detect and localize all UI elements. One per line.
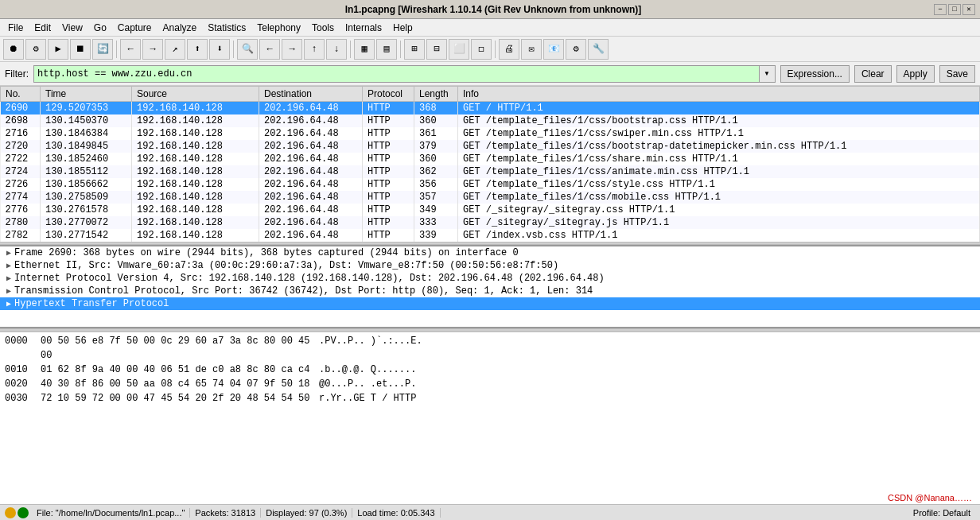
toolbar-btn-decode-as[interactable]: ✉ bbox=[521, 39, 542, 60]
toolbar-btn-decode-as-2[interactable]: 📧 bbox=[543, 39, 564, 60]
table-row[interactable]: 2726130.1856662192.168.140.128202.196.64… bbox=[1, 178, 980, 191]
toolbar-btn-debug[interactable]: 🔧 bbox=[588, 39, 609, 60]
toolbar-btn-up[interactable]: ⬆ bbox=[187, 39, 208, 60]
detail-item[interactable]: ▶Transmission Control Protocol, Src Port… bbox=[0, 285, 980, 297]
hex-ascii: r.Yr..GE T / HTTP bbox=[319, 391, 416, 406]
toolbar-btn-coloring-rules[interactable]: ▦ bbox=[354, 39, 375, 60]
table-cell: 130.2770072 bbox=[41, 216, 132, 229]
toolbar-btn-zoom-reset[interactable]: ⬜ bbox=[449, 39, 469, 60]
table-row[interactable]: 2720130.1849845192.168.140.128202.196.64… bbox=[1, 140, 980, 153]
toolbar-btn-reload[interactable]: 🔄 bbox=[92, 39, 113, 60]
toolbar-btn-prev-find[interactable]: ← bbox=[259, 39, 280, 60]
minimize-button[interactable]: − bbox=[934, 4, 947, 15]
col-destination[interactable]: Destination bbox=[259, 87, 363, 102]
toolbar-btn-options[interactable]: ⚙ bbox=[25, 39, 46, 60]
table-row[interactable]: 2774130.2758509192.168.140.128202.196.64… bbox=[1, 191, 980, 204]
toolbar-btn-graph[interactable]: 🖨 bbox=[499, 39, 519, 60]
status-file: File: "/home/ln/Documents/ln1.pcap..." bbox=[32, 508, 190, 518]
window-controls[interactable]: − □ ✕ bbox=[934, 4, 975, 15]
menu-item-go[interactable]: Go bbox=[89, 21, 111, 35]
toolbar-btn-coloring-rules-2[interactable]: ▤ bbox=[376, 39, 397, 60]
packet-table: No. Time Source Destination Protocol Len… bbox=[0, 86, 980, 242]
toolbar-btn-down[interactable]: ⬇ bbox=[209, 39, 230, 60]
menu-item-help[interactable]: Help bbox=[388, 21, 418, 35]
filter-dropdown-button[interactable]: ▼ bbox=[759, 66, 775, 82]
toolbar-btn-forward[interactable]: → bbox=[142, 39, 163, 60]
table-cell: GET /template_files/1/css/style.css HTTP… bbox=[458, 178, 980, 191]
detail-item-text: Internet Protocol Version 4, Src: 192.16… bbox=[14, 273, 605, 284]
hex-bytes: 40 30 8f 86 00 50 aa 08 c4 65 74 04 07 9… bbox=[41, 377, 311, 391]
toolbar-btn-find[interactable]: 🔍 bbox=[237, 39, 258, 60]
col-info[interactable]: Info bbox=[458, 87, 980, 102]
col-length[interactable]: Length bbox=[414, 87, 458, 102]
table-cell: 2726 bbox=[1, 178, 41, 191]
menu-item-internals[interactable]: Internals bbox=[340, 21, 387, 35]
toolbar-btn-next-find[interactable]: → bbox=[282, 39, 302, 60]
table-cell: 202.196.64.48 bbox=[259, 165, 363, 178]
detail-item[interactable]: ▶Frame 2690: 368 bytes on wire (2944 bit… bbox=[0, 246, 980, 259]
menu-item-view[interactable]: View bbox=[57, 21, 88, 35]
detail-items-container: ▶Frame 2690: 368 bytes on wire (2944 bit… bbox=[0, 246, 980, 310]
table-cell: 192.168.140.128 bbox=[132, 204, 259, 216]
hex-panel: 000000 50 56 e8 7f 50 00 0c 29 60 a7 3a … bbox=[0, 332, 980, 504]
filter-input[interactable] bbox=[34, 67, 759, 81]
toolbar-btn-zoom-in[interactable]: ⊞ bbox=[404, 39, 425, 60]
detail-item[interactable]: ▶Hypertext Transfer Protocol bbox=[0, 297, 980, 310]
title-bar: ln1.pcapng [Wireshark 1.10.14 (Git Rev U… bbox=[0, 0, 980, 19]
table-row[interactable]: 2716130.1846384192.168.140.128202.196.64… bbox=[1, 127, 980, 140]
maximize-button[interactable]: □ bbox=[948, 4, 961, 15]
table-row[interactable]: 2780130.2770072192.168.140.128202.196.64… bbox=[1, 216, 980, 229]
toolbar-btn-full-size[interactable]: ◻ bbox=[471, 39, 492, 60]
menu-item-file[interactable]: File bbox=[3, 21, 28, 35]
menu-item-capture[interactable]: Capture bbox=[113, 21, 157, 35]
hex-ascii: @0...P.. .et...P. bbox=[319, 377, 416, 391]
table-row[interactable]: 2782130.2771542192.168.140.128202.196.64… bbox=[1, 229, 980, 242]
apply-button[interactable]: Apply bbox=[896, 65, 935, 83]
table-row[interactable]: 2698130.1450370192.168.140.128202.196.64… bbox=[1, 114, 980, 127]
hex-offset: 0030 bbox=[5, 391, 33, 406]
toolbar-btn-back[interactable]: ← bbox=[120, 39, 141, 60]
table-row[interactable]: 2690129.5207353192.168.140.128202.196.64… bbox=[1, 102, 980, 115]
table-cell: 2776 bbox=[1, 204, 41, 216]
table-cell: GET /template_files/1/css/bootstrap.css … bbox=[458, 114, 980, 127]
table-cell: GET /_sitegray/_sitegray.js HTTP/1.1 bbox=[458, 216, 980, 229]
save-button[interactable]: Save bbox=[939, 65, 975, 83]
packet-table-header: No. Time Source Destination Protocol Len… bbox=[1, 87, 980, 102]
col-protocol[interactable]: Protocol bbox=[363, 87, 414, 102]
table-row[interactable]: 2724130.1855112192.168.140.128202.196.64… bbox=[1, 165, 980, 178]
toolbar-btn-colorize-down[interactable]: ↓ bbox=[326, 39, 347, 60]
menu-item-analyze[interactable]: Analyze bbox=[158, 21, 202, 35]
menu-item-tools[interactable]: Tools bbox=[307, 21, 339, 35]
table-cell: 192.168.140.128 bbox=[132, 127, 259, 140]
close-button[interactable]: ✕ bbox=[962, 4, 975, 15]
filter-input-wrapper[interactable]: ▼ bbox=[33, 65, 776, 83]
col-time[interactable]: Time bbox=[41, 87, 132, 102]
detail-panel: ▶Frame 2690: 368 bytes on wire (2944 bit… bbox=[0, 245, 980, 328]
menu-item-edit[interactable]: Edit bbox=[29, 21, 56, 35]
table-row[interactable]: 2776130.2761578192.168.140.128202.196.64… bbox=[1, 204, 980, 216]
toolbar-btn-start-capture[interactable]: ⏺ bbox=[3, 39, 24, 60]
toolbar-btn-colorize-up[interactable]: ↑ bbox=[304, 39, 325, 60]
menu-item-statistics[interactable]: Statistics bbox=[203, 21, 251, 35]
table-row[interactable]: 2722130.1852460192.168.140.128202.196.64… bbox=[1, 153, 980, 165]
expression-button[interactable]: Expression... bbox=[780, 65, 850, 83]
menu-item-telephony[interactable]: Telephony bbox=[252, 21, 305, 35]
toolbar-btn-play[interactable]: ▶ bbox=[48, 39, 68, 60]
table-cell: 192.168.140.128 bbox=[132, 229, 259, 242]
detail-item[interactable]: ▶Ethernet II, Src: Vmware_60:a7:3a (00:0… bbox=[0, 259, 980, 272]
hex-rows-container: 000000 50 56 e8 7f 50 00 0c 29 60 a7 3a … bbox=[5, 334, 975, 406]
col-source[interactable]: Source bbox=[132, 87, 259, 102]
toolbar-btn-zoom-out[interactable]: ⊟ bbox=[426, 39, 447, 60]
table-cell: HTTP bbox=[363, 204, 414, 216]
clear-button[interactable]: Clear bbox=[854, 65, 892, 83]
col-no[interactable]: No. bbox=[1, 87, 41, 102]
table-cell: 2720 bbox=[1, 140, 41, 153]
toolbar-btn-goto[interactable]: ↗ bbox=[165, 39, 185, 60]
toolbar-btn-prefs[interactable]: ⚙ bbox=[566, 39, 586, 60]
detail-item[interactable]: ▶Internet Protocol Version 4, Src: 192.1… bbox=[0, 272, 980, 285]
table-cell: 333 bbox=[414, 216, 458, 229]
toolbar-btn-stop[interactable]: ⏹ bbox=[70, 39, 91, 60]
table-cell: 130.2758509 bbox=[41, 191, 132, 204]
table-cell: 130.1852460 bbox=[41, 153, 132, 165]
hex-ascii: .b..@.@. Q....... bbox=[319, 363, 416, 377]
